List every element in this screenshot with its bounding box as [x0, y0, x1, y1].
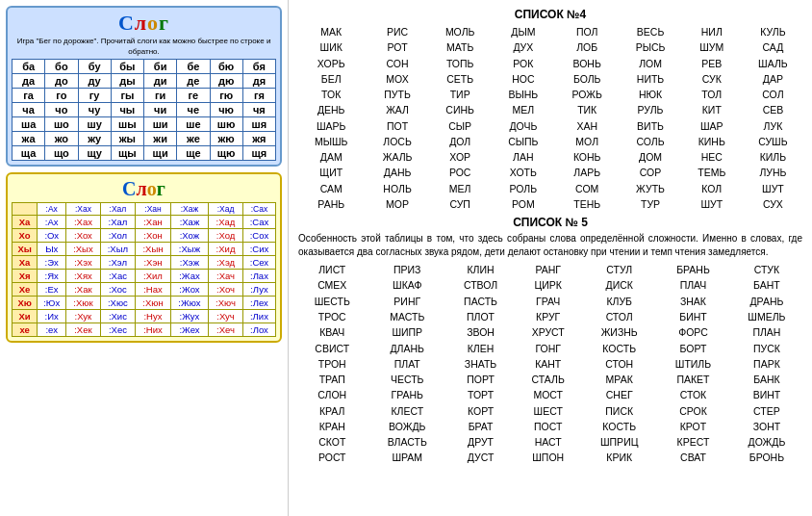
syl-cell: :Хэд [209, 255, 243, 269]
word-cell: ШПОН [515, 450, 581, 465]
syllable-cell: жю [210, 131, 242, 145]
syllable-cell: шу [78, 116, 111, 131]
syllable-cell: дя [242, 73, 275, 88]
syl-cell: :Хаж [170, 215, 208, 228]
word-cell: МОСТ [515, 387, 581, 402]
syllable-cell: бо [45, 59, 78, 73]
syl-header: :Сах [242, 202, 275, 215]
right-panel: СПИСОК №4 МАКРИСМОЛЬДЫМПОЛВЕСЬНИЛКУЛЬШИК… [289, 0, 812, 516]
word-cell: КИНЬ [682, 134, 742, 149]
word-cell: ПАРК [729, 356, 804, 372]
word-cell: КЛЕН [446, 341, 515, 356]
syl-cell: :Хис [100, 309, 136, 322]
word-cell: ХОРЬ [296, 56, 366, 71]
syl-cell: :Хах [66, 215, 100, 228]
word-cell: РАНЬ [296, 196, 366, 212]
word-cell: ЛОБ [555, 39, 619, 55]
word-cell: ЖАЛЬ [366, 149, 428, 165]
word-cell: СТОЛ [581, 309, 657, 324]
syllable-cell: ша [13, 116, 45, 131]
word-cell: КРИК [581, 450, 657, 465]
word-cell: СРОК [657, 403, 729, 419]
word-cell: РОС [429, 165, 492, 180]
syl-cell: :Хес [100, 322, 136, 336]
word-cell: МАСТЬ [368, 309, 446, 324]
word-cell: ПУСК [729, 341, 804, 356]
word-cell: РОСТ [296, 450, 368, 465]
word-cell: МЕЛ [429, 181, 492, 196]
word-cell: КРУГ [515, 309, 581, 324]
syl-cell: :Лех [242, 296, 275, 309]
syl-cell: :Жех [170, 322, 208, 336]
word-cell: РУЛЬ [619, 102, 681, 117]
syllable-cell: жа [13, 131, 45, 145]
syl-cell: :Хюк [66, 296, 100, 309]
word-cell: РОК [492, 56, 555, 71]
word-cell: СИНЬ [429, 102, 492, 117]
word-cell: МОЛЬ [429, 24, 492, 39]
word-cell: ДАР [742, 71, 804, 87]
syl-cell: :Сах [242, 215, 275, 228]
word-cell: ПЛАН [729, 324, 804, 340]
word-cell: ТРАП [296, 372, 368, 387]
word-cell: БОРТ [657, 341, 729, 356]
word-cell: СТВОЛ [446, 277, 515, 293]
word-cell: ЛАН [492, 149, 555, 165]
syl-cell: :Хак [66, 282, 100, 296]
syl-cell: :Хоч [209, 282, 243, 296]
word-cell: ШАЛЬ [742, 56, 804, 71]
syl-cell: :Эх [38, 255, 66, 269]
syl-header: :Хаж [170, 202, 208, 215]
syl-cell: :ех [38, 322, 66, 336]
word-cell: ГОНГ [515, 341, 581, 356]
word-cell: МОХ [366, 71, 428, 87]
word-cell: ШУТ [742, 181, 804, 196]
left-panel: Слог Игра "Бег по дорожке". Прочитай сло… [0, 0, 289, 516]
word-cell: ШИК [296, 39, 366, 55]
syllable-cell: же [177, 131, 210, 145]
syllable-cell: жи [144, 131, 177, 145]
word-cell: ЛОСЬ [366, 134, 428, 149]
syllable-cell: ди [144, 73, 177, 88]
word-cell: ШПРИЦ [581, 434, 657, 450]
word-cell: НИЛ [682, 24, 742, 39]
word-cell: НЕС [682, 149, 742, 165]
word-cell: БАНТ [729, 277, 804, 293]
word-cell: НИТЬ [619, 71, 681, 87]
syllable-cell: жя [242, 131, 275, 145]
syllable-title: Слог [12, 178, 276, 200]
word-cell: ПУТЬ [366, 87, 428, 102]
syl-cell: :Хек [66, 322, 100, 336]
syl-cell: :Хэж [170, 255, 208, 269]
word-cell: БИНТ [657, 309, 729, 324]
word-cell: ТЕМЬ [682, 165, 742, 180]
word-cell: ШМЕЛЬ [729, 309, 804, 324]
word-cell: БОЛЬ [555, 71, 619, 87]
syl-cell: :Хеч [209, 322, 243, 336]
syllable-cell: щю [210, 145, 242, 160]
word-cell: ВЛАСТЬ [368, 434, 446, 450]
syl-cell: :Хэх [66, 255, 100, 269]
word-cell: ФОРС [657, 324, 729, 340]
syllable-cell: ше [177, 116, 210, 131]
word-cell: РАНГ [515, 262, 581, 277]
word-cell: КЛИН [446, 262, 515, 277]
syl-cell: :Хэл [100, 255, 136, 269]
syl-cell: :Хын [136, 242, 171, 255]
syllable-cell: ща [13, 145, 45, 160]
syllable-cell: ги [144, 88, 177, 102]
word-cell: МАК [296, 24, 366, 39]
word-cell: ТОРТ [446, 387, 515, 402]
word-cell: СОР [619, 165, 681, 180]
syl-row-header: Хю [13, 296, 38, 309]
word-cell: КРАН [296, 419, 368, 434]
word-cell: СЕВ [742, 102, 804, 117]
syl-cell: :Лах [242, 269, 275, 282]
syl-cell: :Них [136, 322, 171, 336]
word-cell: ВЕСЬ [619, 24, 681, 39]
syllable-cell: чо [45, 102, 78, 116]
word-cell: ЛУНЬ [742, 165, 804, 180]
word-cell: ДЫМ [492, 24, 555, 39]
word-cell: ЛАРЬ [555, 165, 619, 180]
syl-header: :Хад [209, 202, 243, 215]
